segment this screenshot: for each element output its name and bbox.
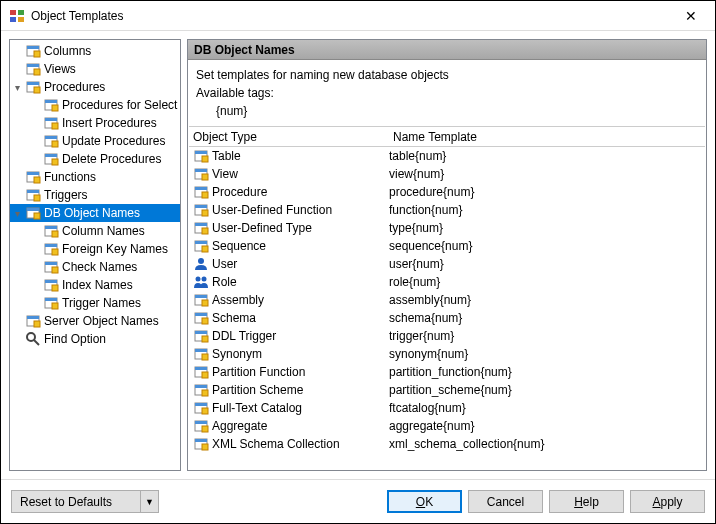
name-template-cell[interactable]: ftcatalog{num} — [389, 401, 466, 415]
name-template-cell[interactable]: trigger{num} — [389, 329, 454, 343]
proc-icon — [43, 133, 59, 149]
object-type-cell: Sequence — [212, 239, 266, 253]
name-template-cell[interactable]: assembly{num} — [389, 293, 471, 307]
template-grid[interactable]: Object Type Name Template Tabletable{num… — [189, 127, 705, 469]
tree-item-procedures-for-select[interactable]: Procedures for Select — [10, 96, 180, 114]
object-type-cell: User-Defined Function — [212, 203, 332, 217]
xml-icon — [193, 436, 209, 452]
tree-item-foreign-key-names[interactable]: Foreign Key Names — [10, 240, 180, 258]
table-row[interactable]: Partition Functionpartition_function{num… — [189, 363, 705, 381]
table-row[interactable]: Aggregateaggregate{num} — [189, 417, 705, 435]
tree-item-trigger-names[interactable]: Trigger Names — [10, 294, 180, 312]
tree-item-functions[interactable]: Functions — [10, 168, 180, 186]
tree-item-update-procedures[interactable]: Update Procedures — [10, 132, 180, 150]
tree-label: DB Object Names — [44, 206, 140, 220]
tree-item-views[interactable]: Views — [10, 60, 180, 78]
name-template-cell[interactable]: xml_schema_collection{num} — [389, 437, 544, 451]
reset-dropdown[interactable]: ▼ — [141, 490, 159, 513]
table-row[interactable]: Full-Text Catalogftcatalog{num} — [189, 399, 705, 417]
nav-tree[interactable]: ColumnsViews▾ProceduresProcedures for Se… — [9, 39, 181, 471]
table-row[interactable]: XML Schema Collectionxml_schema_collecti… — [189, 435, 705, 453]
asm-icon — [193, 292, 209, 308]
tree-item-column-names[interactable]: Column Names — [10, 222, 180, 240]
object-type-cell: Partition Function — [212, 365, 305, 379]
name-template-cell[interactable]: partition_scheme{num} — [389, 383, 512, 397]
object-type-cell: User-Defined Type — [212, 221, 312, 235]
psch-icon — [193, 382, 209, 398]
seq-icon — [193, 238, 209, 254]
object-type-cell: User — [212, 257, 237, 271]
tree-item-find-option[interactable]: Find Option — [10, 330, 180, 348]
tree-item-triggers[interactable]: Triggers — [10, 186, 180, 204]
reset-group: Reset to Defaults ▼ — [11, 490, 159, 513]
tree-label: Trigger Names — [62, 296, 141, 310]
avail-label: Available tags: — [196, 86, 698, 100]
name-template-cell[interactable]: function{num} — [389, 203, 462, 217]
name-template-cell[interactable]: sequence{num} — [389, 239, 472, 253]
table-icon — [193, 148, 209, 164]
tree-label: Update Procedures — [62, 134, 165, 148]
pfunc-icon — [193, 364, 209, 380]
object-type-cell: View — [212, 167, 238, 181]
db-icon — [25, 205, 41, 221]
table-row[interactable]: Viewview{num} — [189, 165, 705, 183]
tree-label: Procedures — [44, 80, 105, 94]
name-template-cell[interactable]: schema{num} — [389, 311, 462, 325]
columns-icon — [25, 43, 41, 59]
table-row[interactable]: Synonymsynonym{num} — [189, 345, 705, 363]
name-template-cell[interactable]: partition_function{num} — [389, 365, 512, 379]
tree-label: Columns — [44, 44, 91, 58]
name-template-cell[interactable]: synonym{num} — [389, 347, 468, 361]
ok-button[interactable]: OK — [387, 490, 462, 513]
help-button[interactable]: Help — [549, 490, 624, 513]
col-object-type[interactable]: Object Type — [189, 127, 389, 146]
columns-icon — [43, 223, 59, 239]
name-template-cell[interactable]: view{num} — [389, 167, 444, 181]
name-template-cell[interactable]: role{num} — [389, 275, 440, 289]
tree-label: Check Names — [62, 260, 137, 274]
table-row[interactable]: User-Defined Functionfunction{num} — [189, 201, 705, 219]
tree-item-server-object-names[interactable]: Server Object Names — [10, 312, 180, 330]
table-row[interactable]: Procedureprocedure{num} — [189, 183, 705, 201]
tree-item-index-names[interactable]: Index Names — [10, 276, 180, 294]
name-template-cell[interactable]: table{num} — [389, 149, 446, 163]
proc-icon — [193, 184, 209, 200]
expander-icon[interactable]: ▾ — [10, 206, 25, 221]
col-name-template[interactable]: Name Template — [389, 127, 705, 146]
table-row[interactable]: Partition Schemepartition_scheme{num} — [189, 381, 705, 399]
server-icon — [25, 313, 41, 329]
tree-item-columns[interactable]: Columns — [10, 42, 180, 60]
table-row[interactable]: Tabletable{num} — [189, 147, 705, 165]
apply-button[interactable]: Apply — [630, 490, 705, 513]
proc-icon — [43, 97, 59, 113]
schema-icon — [193, 310, 209, 326]
tree-item-delete-procedures[interactable]: Delete Procedures — [10, 150, 180, 168]
table-row[interactable]: DDL Triggertrigger{num} — [189, 327, 705, 345]
reset-button[interactable]: Reset to Defaults — [11, 490, 141, 513]
table-row[interactable]: Schemaschema{num} — [189, 309, 705, 327]
tree-item-insert-procedures[interactable]: Insert Procedures — [10, 114, 180, 132]
name-template-cell[interactable]: user{num} — [389, 257, 444, 271]
tree-item-check-names[interactable]: Check Names — [10, 258, 180, 276]
close-button[interactable]: ✕ — [675, 2, 707, 30]
table-row[interactable]: Useruser{num} — [189, 255, 705, 273]
name-template-cell[interactable]: procedure{num} — [389, 185, 474, 199]
table-row[interactable]: Rolerole{num} — [189, 273, 705, 291]
tree-label: Server Object Names — [44, 314, 159, 328]
tree-label: Delete Procedures — [62, 152, 161, 166]
table-row[interactable]: User-Defined Typetype{num} — [189, 219, 705, 237]
cancel-button[interactable]: Cancel — [468, 490, 543, 513]
table-row[interactable]: Assemblyassembly{num} — [189, 291, 705, 309]
user-icon — [193, 256, 209, 272]
expander-icon[interactable]: ▾ — [10, 80, 25, 95]
trig-icon — [193, 328, 209, 344]
func-icon — [25, 169, 41, 185]
tree-item-db-object-names[interactable]: ▾DB Object Names — [10, 204, 180, 222]
table-row[interactable]: Sequencesequence{num} — [189, 237, 705, 255]
proc-icon — [25, 79, 41, 95]
name-template-cell[interactable]: type{num} — [389, 221, 443, 235]
panel-description: Set templates for naming new database ob… — [188, 60, 706, 126]
tree-item-procedures[interactable]: ▾Procedures — [10, 78, 180, 96]
name-template-cell[interactable]: aggregate{num} — [389, 419, 474, 433]
syn-icon — [193, 346, 209, 362]
